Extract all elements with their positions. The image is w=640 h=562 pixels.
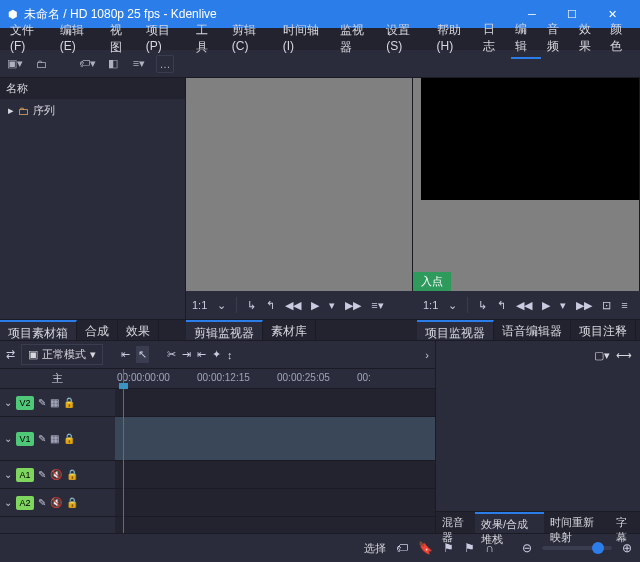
zoom-ratio-2[interactable]: 1:1 xyxy=(423,299,438,311)
fx-expand-icon[interactable]: ⟷ xyxy=(616,349,632,362)
guide-icon[interactable]: ↕ xyxy=(227,349,233,361)
track-area-a1[interactable] xyxy=(115,461,435,489)
rewind-icon-2[interactable]: ◀◀ xyxy=(516,299,532,312)
column-header-name[interactable]: 名称 xyxy=(0,78,185,99)
clip-monitor xyxy=(186,78,413,291)
mark-in-icon[interactable]: ↳ xyxy=(247,299,256,312)
tab-edit[interactable]: 编辑 xyxy=(511,19,541,59)
zone-in-icon[interactable]: ⇥ xyxy=(182,348,191,361)
track-area-v1[interactable] xyxy=(115,417,435,461)
filter-button[interactable]: ◧ xyxy=(104,55,122,73)
video-preview xyxy=(421,78,639,200)
edit-mode-icon[interactable]: ⊡ xyxy=(602,299,611,312)
more-icon-2[interactable]: ≡ xyxy=(621,299,627,311)
fx-param-icon[interactable]: ▢▾ xyxy=(594,349,610,362)
sequence-label: 序列 xyxy=(33,103,55,118)
tab-color[interactable]: 颜色 xyxy=(606,19,636,59)
tab-subtitle[interactable]: 字幕 xyxy=(610,512,640,533)
menu-view[interactable]: 视图 xyxy=(104,20,138,58)
track-area-v2[interactable] xyxy=(115,389,435,417)
mark-out-icon-2[interactable]: ↰ xyxy=(497,299,506,312)
timecode-2: 00:00:25:05 xyxy=(275,369,355,388)
track-compositing-icon[interactable]: ⇄ xyxy=(6,348,15,361)
favorite-icon[interactable]: ✦ xyxy=(212,348,221,361)
tab-mixer[interactable]: 混音器 xyxy=(436,512,475,533)
zoom-ratio[interactable]: 1:1 xyxy=(192,299,207,311)
menu-file[interactable]: 文件(F) xyxy=(4,20,52,58)
tab-audio[interactable]: 音频 xyxy=(543,19,573,59)
menu-clip[interactable]: 剪辑(C) xyxy=(226,20,275,58)
options-button[interactable]: ≡▾ xyxy=(130,55,148,73)
track-a2[interactable]: ⌄A2✎🔇🔒 xyxy=(0,489,115,517)
forward-icon[interactable]: ▶▶ xyxy=(345,299,361,312)
play-icon[interactable]: ▶ xyxy=(311,299,319,312)
selection-tool-icon[interactable]: ↖ xyxy=(136,346,149,363)
app-icon: ⬢ xyxy=(8,8,18,21)
folder-button[interactable]: 🗀 xyxy=(32,55,50,73)
chevron-right-icon: ▸ xyxy=(8,104,14,117)
track-area-a2[interactable] xyxy=(115,489,435,517)
flag2-icon[interactable]: ⚑ xyxy=(464,541,475,555)
tag-button[interactable]: 🏷▾ xyxy=(78,55,96,73)
rewind-icon[interactable]: ◀◀ xyxy=(285,299,301,312)
effect-stack-body xyxy=(436,369,640,511)
mark-in-icon-2[interactable]: ↳ xyxy=(478,299,487,312)
sequence-item[interactable]: ▸ 🗀 序列 xyxy=(0,99,185,122)
tab-log[interactable]: 日志 xyxy=(479,19,509,59)
project-monitor: 入点 xyxy=(413,78,640,291)
menu-settings[interactable]: 设置(S) xyxy=(380,20,428,58)
snap-icon[interactable]: ∩ xyxy=(485,541,494,555)
tab-effects[interactable]: 效果 xyxy=(118,320,159,340)
master-track[interactable]: 主 xyxy=(0,369,115,389)
track-v1[interactable]: ⌄V1✎▦🔒 xyxy=(0,417,115,461)
more-icon[interactable]: ≡▾ xyxy=(371,299,383,312)
tab-effect[interactable]: 效果 xyxy=(575,19,605,59)
tab-speech-editor[interactable]: 语音编辑器 xyxy=(494,320,571,340)
menu-edit[interactable]: 编辑(E) xyxy=(54,20,102,58)
zoom-in-icon[interactable]: ⊕ xyxy=(622,541,632,555)
timeline-ruler[interactable]: 00:00:00:00 00:00:12:15 00:00:25:05 00: xyxy=(115,369,435,389)
timecode-1: 00:00:12:15 xyxy=(195,369,275,388)
menu-monitor[interactable]: 监视器 xyxy=(334,20,379,58)
tab-compositing[interactable]: 合成 xyxy=(77,320,118,340)
tab-library[interactable]: 素材库 xyxy=(263,320,316,340)
spacer-tool-icon[interactable]: ⇤ xyxy=(121,348,130,361)
tab-project-bin[interactable]: 项目素材箱 xyxy=(0,320,77,340)
mark-out-icon[interactable]: ↰ xyxy=(266,299,275,312)
tab-clip-monitor[interactable]: 剪辑监视器 xyxy=(186,320,263,340)
chevron-down-icon-2[interactable]: ⌄ xyxy=(448,299,457,312)
zoom-slider[interactable] xyxy=(542,546,612,550)
status-select: 选择 xyxy=(364,541,386,556)
menu-timeline[interactable]: 时间轴(I) xyxy=(277,20,332,58)
play-icon-2[interactable]: ▶ xyxy=(542,299,550,312)
project-transport: 1:1 ⌄ ↳ ↰ ◀◀ ▶ ▾ ▶▶ ⊡ ≡ xyxy=(417,291,640,319)
menu-project[interactable]: 项目(P) xyxy=(140,20,188,58)
play-dd-icon-2[interactable]: ▾ xyxy=(560,299,566,312)
in-point-label[interactable]: 入点 xyxy=(413,272,451,291)
clip-transport: 1:1 ⌄ ↳ ↰ ◀◀ ▶ ▾ ▶▶ ≡▾ xyxy=(186,291,417,319)
zone-out-icon[interactable]: ⇤ xyxy=(197,348,206,361)
add-clip-button[interactable]: ▣▾ xyxy=(6,55,24,73)
tab-remap[interactable]: 时间重新映射 xyxy=(544,512,610,533)
tab-project-monitor[interactable]: 项目监视器 xyxy=(417,320,494,340)
track-a1[interactable]: ⌄A1✎🔇🔒 xyxy=(0,461,115,489)
flag-icon[interactable]: ⚑ xyxy=(443,541,454,555)
playhead[interactable] xyxy=(123,369,124,533)
more-button[interactable]: … xyxy=(156,55,174,73)
tab-project-notes[interactable]: 项目注释 xyxy=(571,320,636,340)
folder-icon: 🗀 xyxy=(18,105,29,117)
edit-mode-select[interactable]: ▣ 正常模式 ▾ xyxy=(21,344,103,365)
menu-tool[interactable]: 工具 xyxy=(190,20,224,58)
play-dd-icon[interactable]: ▾ xyxy=(329,299,335,312)
forward-icon-2[interactable]: ▶▶ xyxy=(576,299,592,312)
tag-tool-icon[interactable]: 🏷 xyxy=(396,541,408,555)
cut-icon[interactable]: ✂ xyxy=(167,348,176,361)
tab-stack[interactable]: 效果/合成堆栈 xyxy=(475,512,544,533)
zoom-out-icon[interactable]: ⊖ xyxy=(522,541,532,555)
transport-spacer xyxy=(0,291,186,319)
bookmark-icon[interactable]: 🔖 xyxy=(418,541,433,555)
track-v2[interactable]: ⌄V2✎▦🔒 xyxy=(0,389,115,417)
expand-icon[interactable]: › xyxy=(425,349,429,361)
chevron-down-icon[interactable]: ⌄ xyxy=(217,299,226,312)
menu-help[interactable]: 帮助(H) xyxy=(431,20,480,58)
